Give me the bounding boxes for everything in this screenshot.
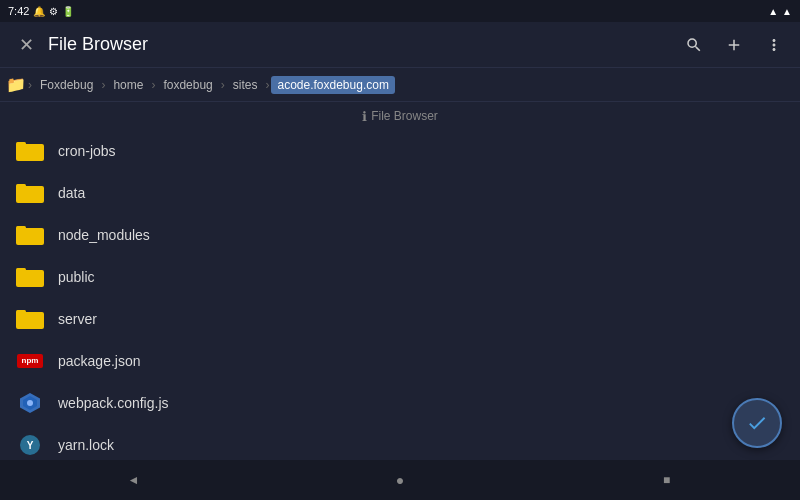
app-bar: ✕ File Browser (0, 22, 800, 68)
info-text: File Browser (371, 109, 438, 123)
svg-rect-5 (16, 226, 26, 231)
battery-icon: 🔋 (62, 6, 74, 17)
app-bar-actions (676, 27, 792, 63)
file-name: data (58, 185, 85, 201)
back-icon: ◄ (127, 473, 139, 487)
notification-icon: 🔔 (33, 6, 45, 17)
breadcrumb-sep-0: › (28, 78, 32, 92)
list-item[interactable]: node_modules (0, 214, 800, 256)
svg-rect-1 (16, 142, 26, 147)
folder-svg (16, 181, 44, 205)
file-name: cron-jobs (58, 143, 116, 159)
svg-point-12 (27, 400, 33, 406)
folder-icon (16, 139, 44, 163)
status-bar: 7:42 🔔 ⚙ 🔋 ▲ ▲ (0, 0, 800, 22)
more-icon (765, 36, 783, 54)
folder-svg (16, 307, 44, 331)
breadcrumb-sep-1: › (101, 78, 105, 92)
folder-svg (16, 223, 44, 247)
yarn-svg: Y (18, 433, 42, 457)
svg-rect-9 (16, 310, 26, 315)
info-icon: ℹ (362, 109, 367, 124)
breadcrumb-item-4[interactable]: acode.foxdebug.com (271, 76, 394, 94)
breadcrumb-sep-4: › (265, 78, 269, 92)
app-bar-title: File Browser (48, 34, 676, 55)
breadcrumb-item-3[interactable]: sites (227, 76, 264, 94)
file-name: webpack.config.js (58, 395, 169, 411)
breadcrumb-item-1[interactable]: home (107, 76, 149, 94)
list-item[interactable]: cron-jobs (0, 130, 800, 172)
file-name: public (58, 269, 95, 285)
webpack-icon (16, 391, 44, 415)
close-button[interactable]: ✕ (8, 27, 44, 63)
webpack-svg (18, 391, 42, 415)
breadcrumb-folder-icon[interactable]: 📁 (6, 75, 26, 94)
folder-icon (16, 265, 44, 289)
breadcrumb-item-0[interactable]: Foxdebug (34, 76, 99, 94)
npm-icon: npm (16, 349, 44, 373)
time-display: 7:42 (8, 5, 29, 17)
list-item[interactable]: webpack.config.js (0, 382, 800, 424)
back-button[interactable]: ◄ (103, 460, 163, 500)
status-bar-right: ▲ ▲ (768, 6, 792, 17)
check-icon (746, 412, 768, 434)
breadcrumb-item-2[interactable]: foxdebug (157, 76, 218, 94)
svg-text:Y: Y (27, 440, 34, 451)
file-name: server (58, 311, 97, 327)
list-item[interactable]: public (0, 256, 800, 298)
search-icon (685, 36, 703, 54)
breadcrumb-bar: 📁 › Foxdebug › home › foxdebug › sites ›… (0, 68, 800, 102)
search-button[interactable] (676, 27, 712, 63)
file-name: node_modules (58, 227, 150, 243)
recents-icon: ■ (663, 473, 670, 487)
folder-icon (16, 307, 44, 331)
recents-button[interactable]: ■ (637, 460, 697, 500)
home-button[interactable]: ● (370, 460, 430, 500)
folder-svg (16, 265, 44, 289)
list-item[interactable]: server (0, 298, 800, 340)
wifi-icon: ▲ (768, 6, 778, 17)
signal-icon: ▲ (782, 6, 792, 17)
status-bar-left: 7:42 🔔 ⚙ 🔋 (8, 5, 74, 17)
list-item[interactable]: data (0, 172, 800, 214)
settings-icon: ⚙ (49, 6, 58, 17)
svg-rect-7 (16, 268, 26, 273)
folder-svg (16, 139, 44, 163)
yarn-icon: Y (16, 433, 44, 457)
breadcrumb-sep-3: › (221, 78, 225, 92)
folder-icon (16, 223, 44, 247)
home-icon: ● (396, 472, 404, 488)
list-item[interactable]: npm package.json (0, 340, 800, 382)
add-icon (725, 36, 743, 54)
nav-bar: ◄ ● ■ (0, 460, 800, 500)
more-button[interactable] (756, 27, 792, 63)
fab-button[interactable] (732, 398, 782, 448)
file-name: yarn.lock (58, 437, 114, 453)
breadcrumb-sep-2: › (151, 78, 155, 92)
folder-icon (16, 181, 44, 205)
add-button[interactable] (716, 27, 752, 63)
file-name: package.json (58, 353, 141, 369)
file-list: cron-jobs data node_modules publ (0, 130, 800, 466)
info-bar: ℹ File Browser (0, 102, 800, 130)
svg-rect-3 (16, 184, 26, 189)
